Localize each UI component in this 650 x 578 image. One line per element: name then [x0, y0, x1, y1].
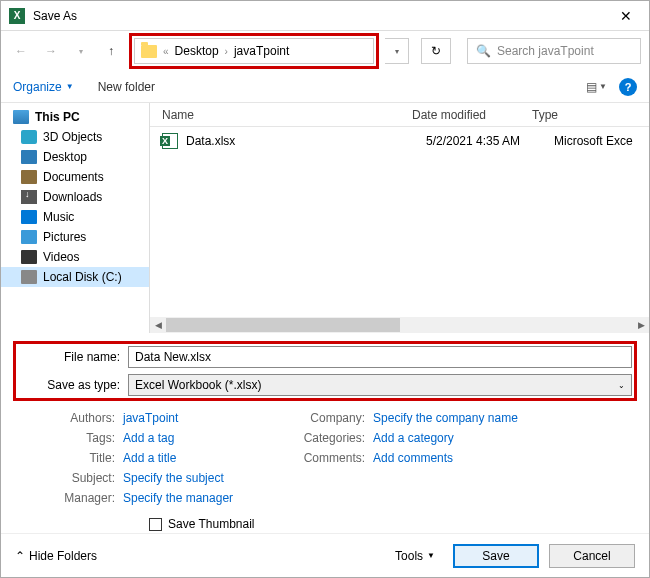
- meta-value[interactable]: Specify the company name: [373, 411, 518, 425]
- chevron-down-icon: ⌄: [618, 381, 625, 390]
- help-icon[interactable]: ?: [619, 78, 637, 96]
- sidebar-item-label: This PC: [35, 110, 80, 124]
- chevron-right-icon: ›: [225, 46, 228, 57]
- close-icon[interactable]: ✕: [611, 8, 641, 24]
- scroll-right-icon[interactable]: ▶: [633, 320, 649, 330]
- breadcrumb-sep: «: [163, 46, 169, 57]
- breadcrumb-dropdown-icon[interactable]: ▾: [385, 38, 409, 64]
- meta-value[interactable]: Specify the manager: [123, 491, 233, 505]
- sidebar: This PC3D ObjectsDesktopDocumentsDownloa…: [1, 103, 149, 333]
- file-date: 5/2/2021 4:35 AM: [426, 134, 546, 148]
- filename-input[interactable]: [128, 346, 632, 368]
- disk-icon: [21, 270, 37, 284]
- col-header-type[interactable]: Type: [532, 108, 649, 122]
- search-icon: 🔍: [476, 44, 491, 58]
- meta-label: Title:: [13, 451, 123, 465]
- filename-label: File name:: [18, 350, 128, 364]
- meta-label: Tags:: [13, 431, 123, 445]
- desktop-icon: [21, 150, 37, 164]
- sidebar-item-label: Local Disk (C:): [43, 270, 122, 284]
- breadcrumb-highlight: « Desktop › javaTpoint: [129, 33, 379, 69]
- meta-value[interactable]: Add a title: [123, 451, 176, 465]
- meta-label: Authors:: [13, 411, 123, 425]
- sidebar-item-label: Downloads: [43, 190, 102, 204]
- organize-button[interactable]: Organize ▼: [13, 80, 74, 94]
- sidebar-item-pic[interactable]: Pictures: [1, 227, 149, 247]
- save-thumbnail-checkbox[interactable]: [149, 518, 162, 531]
- doc-icon: [21, 170, 37, 184]
- sidebar-item-label: Videos: [43, 250, 79, 264]
- file-type: Microsoft Exce: [554, 134, 633, 148]
- pic-icon: [21, 230, 37, 244]
- excel-app-icon: X: [9, 8, 25, 24]
- col-header-name[interactable]: Name: [162, 108, 412, 122]
- new-folder-button[interactable]: New folder: [98, 80, 155, 94]
- save-thumbnail-label[interactable]: Save Thumbnail: [168, 517, 255, 531]
- fields-highlight: File name: Save as type: Excel Workbook …: [13, 341, 637, 401]
- chevron-down-icon: ▼: [427, 551, 435, 560]
- vid-icon: [21, 250, 37, 264]
- breadcrumb[interactable]: « Desktop › javaTpoint: [134, 38, 374, 64]
- sidebar-item-doc[interactable]: Documents: [1, 167, 149, 187]
- sidebar-item-disk[interactable]: Local Disk (C:): [1, 267, 149, 287]
- col-header-date[interactable]: Date modified: [412, 108, 532, 122]
- hide-folders-button[interactable]: ⌃ Hide Folders: [15, 549, 97, 563]
- meta-value[interactable]: Add comments: [373, 451, 453, 465]
- sidebar-item-label: Documents: [43, 170, 104, 184]
- savetype-label: Save as type:: [18, 378, 128, 392]
- meta-label: Company:: [263, 411, 373, 425]
- dl-icon: [21, 190, 37, 204]
- meta-label: Manager:: [13, 491, 123, 505]
- file-list: Name Date modified Type Data.xlsx 5/2/20…: [150, 103, 649, 333]
- sidebar-item-music[interactable]: Music: [1, 207, 149, 227]
- breadcrumb-item[interactable]: Desktop: [175, 44, 219, 58]
- tools-button[interactable]: Tools ▼: [395, 549, 435, 563]
- breadcrumb-item[interactable]: javaTpoint: [234, 44, 289, 58]
- sidebar-item-label: Desktop: [43, 150, 87, 164]
- meta-value[interactable]: javaTpoint: [123, 411, 178, 425]
- file-row[interactable]: Data.xlsx 5/2/2021 4:35 AM Microsoft Exc…: [150, 127, 649, 155]
- excel-file-icon: [162, 133, 178, 149]
- sidebar-item-dl[interactable]: Downloads: [1, 187, 149, 207]
- view-options-button[interactable]: ▤ ▼: [586, 80, 607, 94]
- cancel-button[interactable]: Cancel: [549, 544, 635, 568]
- sidebar-item-desktop[interactable]: Desktop: [1, 147, 149, 167]
- meta-label: Categories:: [263, 431, 373, 445]
- horizontal-scrollbar[interactable]: ◀ ▶: [150, 317, 649, 333]
- savetype-select[interactable]: Excel Workbook (*.xlsx) ⌄: [128, 374, 632, 396]
- search-placeholder: Search javaTpoint: [497, 44, 594, 58]
- music-icon: [21, 210, 37, 224]
- sidebar-item-pc[interactable]: This PC: [1, 107, 149, 127]
- refresh-icon[interactable]: ↻: [421, 38, 451, 64]
- meta-label: Comments:: [263, 451, 373, 465]
- meta-value[interactable]: Add a category: [373, 431, 454, 445]
- sidebar-item-label: 3D Objects: [43, 130, 102, 144]
- sidebar-item-label: Pictures: [43, 230, 86, 244]
- window-title: Save As: [33, 9, 611, 23]
- recent-icon[interactable]: ▾: [69, 39, 93, 63]
- up-icon[interactable]: ↑: [99, 39, 123, 63]
- meta-value[interactable]: Specify the subject: [123, 471, 224, 485]
- folder-icon: [141, 45, 157, 58]
- back-icon[interactable]: ←: [9, 39, 33, 63]
- scroll-left-icon[interactable]: ◀: [150, 320, 166, 330]
- save-button[interactable]: Save: [453, 544, 539, 568]
- scroll-thumb[interactable]: [166, 318, 400, 332]
- sidebar-item-vid[interactable]: Videos: [1, 247, 149, 267]
- search-input[interactable]: 🔍 Search javaTpoint: [467, 38, 641, 64]
- forward-icon[interactable]: →: [39, 39, 63, 63]
- sidebar-item-3d[interactable]: 3D Objects: [1, 127, 149, 147]
- sidebar-item-label: Music: [43, 210, 74, 224]
- 3d-icon: [21, 130, 37, 144]
- view-icon: ▤: [586, 80, 597, 94]
- chevron-down-icon: ▼: [66, 82, 74, 91]
- pc-icon: [13, 110, 29, 124]
- file-name: Data.xlsx: [186, 134, 418, 148]
- meta-label: Subject:: [13, 471, 123, 485]
- chevron-up-icon: ⌃: [15, 549, 25, 563]
- meta-value[interactable]: Add a tag: [123, 431, 174, 445]
